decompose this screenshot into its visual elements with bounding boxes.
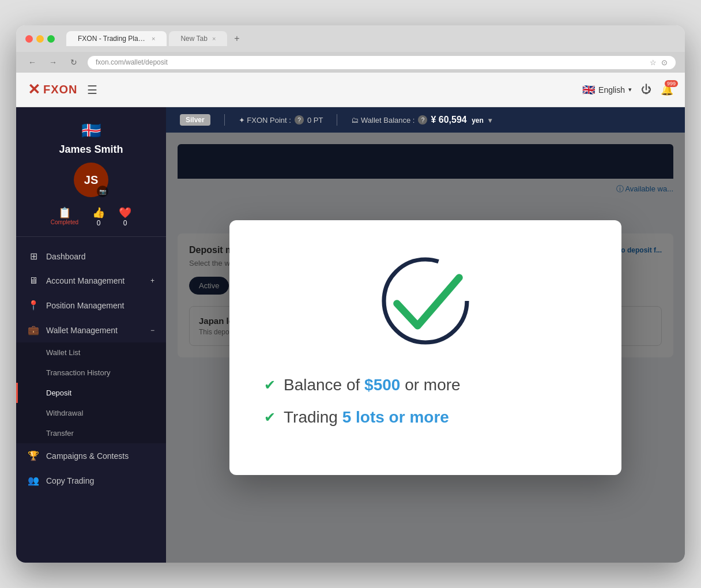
modal-line-1: ✔ Balance of $500 or more bbox=[264, 376, 587, 394]
profile-name: James Smith bbox=[59, 144, 123, 156]
fxon-points-stat: ✦ FXON Point : ? 0 PT bbox=[239, 115, 323, 125]
sidebar-item-copy-label: Copy Trading bbox=[46, 476, 94, 485]
flag-icon: 🇬🇧 bbox=[582, 84, 595, 96]
silver-badge: Silver bbox=[180, 114, 210, 126]
camera-icon[interactable]: 📷 bbox=[97, 186, 108, 197]
modal: ✔ Balance of $500 or more ✔ Trading 5 lo… bbox=[229, 220, 621, 475]
deposit-label: Deposit bbox=[46, 389, 71, 397]
content-area: Silver ✦ FXON Point : ? 0 PT 🗂 Wallet Ba… bbox=[166, 107, 685, 563]
main-layout: 🇮🇸 James Smith JS 📷 📋 Completed 👍 bbox=[16, 107, 685, 563]
account-expand-icon: + bbox=[150, 277, 154, 285]
checkmark-svg bbox=[374, 249, 477, 353]
transfer-label: Transfer bbox=[46, 429, 74, 438]
top-nav: ✕ FXON ☰ 🇬🇧 English ▾ ⏻ 🔔 999 bbox=[16, 73, 685, 107]
logo-symbol: ✕ bbox=[28, 81, 40, 99]
topnav-right: 🇬🇧 English ▾ ⏻ 🔔 999 bbox=[582, 84, 673, 96]
sidebar-item-deposit[interactable]: Deposit bbox=[16, 383, 166, 403]
avatar[interactable]: JS 📷 bbox=[74, 163, 108, 197]
tab-1-close[interactable]: × bbox=[152, 35, 155, 42]
divider-1 bbox=[224, 114, 225, 126]
sidebar-nav: ⊞ Dashboard 🖥 Account Management + 📍 Pos… bbox=[16, 237, 166, 500]
sidebar-item-withdrawal[interactable]: Withdrawal bbox=[16, 403, 166, 423]
wallet-caret-icon[interactable]: ▾ bbox=[488, 116, 492, 125]
copy-trading-icon: 👥 bbox=[28, 475, 39, 486]
titlebar: FXON - Trading Platform × New Tab × + bbox=[16, 25, 685, 52]
notification-button[interactable]: 🔔 999 bbox=[661, 84, 673, 96]
content-header: Silver ✦ FXON Point : ? 0 PT 🗂 Wallet Ba… bbox=[166, 107, 685, 133]
sidebar-item-transfer[interactable]: Transfer bbox=[16, 423, 166, 443]
notification-badge: 999 bbox=[665, 80, 678, 87]
app-shell: ✕ FXON ☰ 🇬🇧 English ▾ ⏻ 🔔 999 bbox=[16, 73, 685, 563]
stat-likes: 👍 0 bbox=[92, 206, 105, 227]
account-management-icon: 🖥 bbox=[28, 276, 39, 286]
reload-button[interactable]: ↻ bbox=[67, 55, 81, 69]
logo[interactable]: ✕ FXON bbox=[28, 81, 78, 99]
logo-text: FXON bbox=[43, 83, 78, 96]
topnav-left: ✕ FXON ☰ bbox=[28, 81, 97, 99]
language-selector[interactable]: 🇬🇧 English ▾ bbox=[582, 84, 632, 96]
modal-highlight-1: $500 bbox=[364, 376, 400, 394]
tab-1[interactable]: FXON - Trading Platform × bbox=[66, 31, 167, 46]
fxon-point-value: 0 PT bbox=[307, 116, 323, 125]
tab-2[interactable]: New Tab × bbox=[169, 31, 227, 46]
address-input[interactable]: fxon.com/wallet/deposit ☆ ⊙ bbox=[88, 56, 676, 69]
check-icon-1: ✔ bbox=[264, 377, 276, 393]
sidebar-item-copy-trading[interactable]: 👥 Copy Trading bbox=[16, 468, 166, 493]
withdrawal-label: Withdrawal bbox=[46, 409, 83, 417]
account-icon[interactable]: ⊙ bbox=[661, 58, 668, 67]
power-button[interactable]: ⏻ bbox=[641, 84, 651, 96]
traffic-lights bbox=[25, 35, 55, 43]
tab-1-label: FXON - Trading Platform bbox=[78, 35, 147, 43]
sidebar-item-account-label: Account Management bbox=[46, 276, 125, 285]
forward-button[interactable]: → bbox=[46, 55, 60, 69]
sidebar-item-dashboard[interactable]: ⊞ Dashboard bbox=[16, 244, 166, 269]
back-button[interactable]: ← bbox=[25, 55, 39, 69]
sidebar-item-dashboard-label: Dashboard bbox=[46, 252, 86, 261]
sidebar-item-wallet-label: Wallet Management bbox=[46, 326, 118, 335]
position-management-icon: 📍 bbox=[28, 300, 39, 311]
like-icon: 👍 bbox=[92, 206, 105, 219]
favorite-icon: ❤️ bbox=[119, 206, 131, 219]
address-bar: ← → ↻ fxon.com/wallet/deposit ☆ ⊙ bbox=[16, 52, 685, 73]
minimize-btn[interactable] bbox=[36, 35, 44, 43]
sidebar-item-account-management[interactable]: 🖥 Account Management + bbox=[16, 269, 166, 293]
sidebar-item-wallet-management[interactable]: 💼 Wallet Management − bbox=[16, 318, 166, 342]
completed-icon: 📋 bbox=[51, 206, 78, 219]
divider-2 bbox=[337, 114, 337, 126]
tab-2-close[interactable]: × bbox=[212, 35, 216, 42]
new-tab-button[interactable]: + bbox=[229, 31, 244, 46]
star-icon[interactable]: ☆ bbox=[650, 58, 657, 67]
sidebar-item-campaigns-label: Campaigns & Contests bbox=[46, 451, 129, 461]
wallet-management-icon: 💼 bbox=[28, 325, 39, 336]
language-label: English bbox=[598, 85, 625, 95]
page-content: ⓘ Available wa... Deposit method ? ⓘ How… bbox=[166, 133, 685, 563]
modal-text-1: Balance of $500 or more bbox=[284, 376, 461, 394]
maximize-btn[interactable] bbox=[47, 35, 55, 43]
close-btn[interactable] bbox=[25, 35, 33, 43]
sidebar: 🇮🇸 James Smith JS 📷 📋 Completed 👍 bbox=[16, 107, 166, 563]
sidebar-item-position-management[interactable]: 📍 Position Management bbox=[16, 293, 166, 318]
avatar-initials: JS bbox=[84, 174, 98, 187]
wallet-balance-value: ¥ 60,594 yen ▾ bbox=[431, 115, 492, 125]
wallet-expand-icon: − bbox=[150, 326, 154, 334]
profile-flag: 🇮🇸 bbox=[81, 121, 101, 140]
sidebar-item-position-label: Position Management bbox=[46, 301, 124, 310]
browser-tabs: FXON - Trading Platform × New Tab × + bbox=[66, 31, 244, 46]
campaigns-icon: 🏆 bbox=[28, 450, 39, 461]
modal-text-2: Trading 5 lots or more bbox=[284, 408, 449, 427]
stat-favorites: ❤️ 0 bbox=[119, 206, 131, 227]
sidebar-item-wallet-list[interactable]: Wallet List bbox=[16, 342, 166, 363]
modal-line-2: ✔ Trading 5 lots or more bbox=[264, 408, 587, 427]
check-icon-2: ✔ bbox=[264, 409, 276, 425]
sidebar-profile: 🇮🇸 James Smith JS 📷 📋 Completed 👍 bbox=[16, 107, 166, 237]
hamburger-menu[interactable]: ☰ bbox=[87, 83, 97, 97]
fxon-point-label: ✦ FXON Point : bbox=[239, 116, 291, 125]
modal-highlight-2: 5 lots or more bbox=[342, 408, 449, 426]
sidebar-item-campaigns[interactable]: 🏆 Campaigns & Contests bbox=[16, 443, 166, 468]
wallet-list-label: Wallet List bbox=[46, 348, 80, 357]
sidebar-item-transaction-history[interactable]: Transaction History bbox=[16, 363, 166, 383]
fxon-help-icon: ? bbox=[295, 115, 304, 125]
modal-overlay[interactable]: ✔ Balance of $500 or more ✔ Trading 5 lo… bbox=[166, 133, 685, 563]
wallet-label: 🗂 Wallet Balance : bbox=[351, 116, 414, 125]
tab-2-label: New Tab bbox=[180, 35, 207, 43]
